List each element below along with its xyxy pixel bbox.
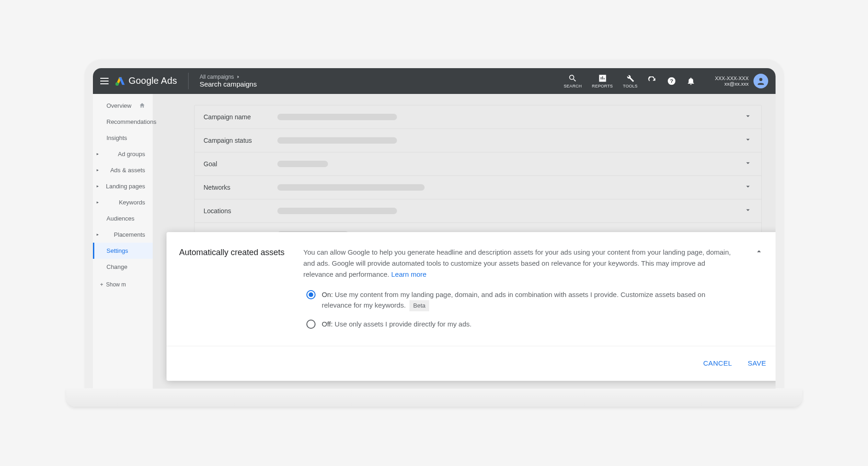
- svg-point-0: [115, 82, 118, 85]
- save-button[interactable]: SAVE: [746, 356, 768, 370]
- tools-button[interactable]: TOOLS: [623, 74, 638, 88]
- sidebar-item-recommendations[interactable]: Recommendations: [93, 114, 153, 130]
- sidebar-label: Ad groups: [118, 151, 145, 157]
- panel-title: Automatically created assets: [179, 247, 285, 337]
- sidebar-label: Audiences: [107, 215, 135, 222]
- row-campaign-name[interactable]: Campaign name: [195, 105, 761, 129]
- avatar[interactable]: [753, 74, 768, 88]
- svg-point-3: [759, 78, 762, 81]
- chevron-down-icon: [744, 206, 752, 216]
- laptop-frame: Google Ads All campaigns Search campaign…: [85, 60, 784, 389]
- row-locations[interactable]: Locations: [195, 199, 761, 223]
- home-icon: [139, 102, 145, 109]
- chevron-down-icon: [744, 112, 752, 122]
- placeholder: [277, 137, 397, 144]
- caret-icon: ▸: [97, 168, 101, 172]
- radio-on[interactable]: [306, 290, 316, 299]
- product-name: Google Ads: [129, 76, 177, 86]
- bell-icon: [686, 76, 696, 86]
- reports-icon: [598, 74, 607, 83]
- tools-label: TOOLS: [623, 84, 638, 88]
- sidebar-label: Keywords: [119, 199, 145, 206]
- breadcrumb-sub: Search campaigns: [200, 80, 257, 88]
- sidebar-item-ads-assets[interactable]: ▸Ads & assets: [93, 162, 153, 178]
- caret-icon: ▸: [97, 200, 101, 204]
- main-content: Campaign name Campaign status Goal Netwo…: [153, 94, 776, 389]
- row-label: Locations: [204, 207, 277, 215]
- sidebar: Overview Recommendations Insights ▸Ad gr…: [93, 94, 153, 389]
- caret-icon: ▸: [97, 151, 101, 156]
- learn-more-link[interactable]: Learn more: [391, 270, 426, 278]
- workspace: Overview Recommendations Insights ▸Ad gr…: [93, 94, 776, 389]
- sidebar-show-more[interactable]: + Show m: [93, 275, 153, 294]
- option-on[interactable]: On: Use my content from my landing page,…: [306, 289, 731, 311]
- search-label: SEARCH: [564, 84, 582, 88]
- account-email: xx@xx.xxx: [724, 81, 749, 87]
- person-icon: [756, 76, 765, 86]
- sidebar-item-change[interactable]: Change: [93, 259, 153, 275]
- sidebar-item-overview[interactable]: Overview: [93, 98, 153, 114]
- sidebar-item-landing-pages[interactable]: ▸Landing pages: [93, 178, 153, 194]
- off-text: Use only assets I provide directly for m…: [335, 320, 472, 328]
- collapse-button[interactable]: [750, 247, 768, 337]
- refresh-icon: [648, 76, 657, 86]
- radio-off[interactable]: [306, 320, 316, 329]
- sidebar-label: Placements: [114, 231, 145, 238]
- on-text: Use my content from my landing page, dom…: [322, 291, 706, 309]
- chevron-down-icon: [744, 182, 752, 192]
- row-label: Networks: [204, 184, 277, 191]
- help-icon: ?: [667, 76, 676, 86]
- option-off[interactable]: Off: Use only assets I provide directly …: [306, 319, 731, 329]
- account-id: XXX-XXX-XXX: [715, 76, 748, 81]
- placeholder: [277, 161, 328, 167]
- show-more-label: Show m: [106, 281, 126, 288]
- sidebar-item-settings[interactable]: Settings: [93, 243, 153, 259]
- chevron-down-icon: [744, 159, 752, 169]
- breadcrumb-top: All campaigns: [200, 74, 234, 80]
- sidebar-item-keywords[interactable]: ▸Keywords: [93, 194, 153, 210]
- placeholder: [277, 184, 425, 191]
- svg-text:?: ?: [670, 78, 673, 84]
- tools-icon: [626, 74, 635, 83]
- breadcrumb[interactable]: All campaigns Search campaigns: [200, 74, 257, 88]
- sidebar-item-ad-groups[interactable]: ▸Ad groups: [93, 146, 153, 162]
- placeholder: [277, 208, 397, 214]
- ads-logo-icon: [115, 76, 125, 86]
- separator: [188, 73, 189, 89]
- row-goal[interactable]: Goal: [195, 152, 761, 176]
- cancel-button[interactable]: CANCEL: [701, 356, 734, 370]
- placeholder: [277, 114, 397, 120]
- top-bar: Google Ads All campaigns Search campaign…: [93, 68, 776, 94]
- chevron-right-icon: [236, 75, 241, 79]
- chevron-down-icon: [744, 135, 752, 146]
- help-button[interactable]: ?: [667, 76, 676, 86]
- description-text: You can allow Google to help you generat…: [304, 248, 731, 278]
- account-switcher[interactable]: XXX-XXX-XXX xx@xx.xxx: [715, 74, 768, 88]
- sidebar-label: Change: [107, 263, 128, 270]
- sidebar-item-audiences[interactable]: Audiences: [93, 210, 153, 227]
- notifications-button[interactable]: [686, 76, 696, 86]
- search-button[interactable]: SEARCH: [564, 74, 582, 88]
- row-networks[interactable]: Networks: [195, 176, 761, 199]
- sidebar-label: Landing pages: [106, 183, 145, 190]
- row-label: Campaign status: [204, 137, 277, 144]
- beta-badge: Beta: [409, 300, 429, 311]
- reports-label: REPORTS: [592, 84, 613, 88]
- search-icon: [568, 74, 577, 83]
- sidebar-item-placements[interactable]: ▸Placements: [93, 227, 153, 243]
- menu-icon[interactable]: [100, 78, 109, 84]
- panel-description: You can allow Google to help you generat…: [304, 247, 731, 280]
- row-campaign-status[interactable]: Campaign status: [195, 129, 761, 152]
- reports-button[interactable]: REPORTS: [592, 74, 613, 88]
- sidebar-label: Settings: [107, 247, 128, 254]
- on-label: On:: [322, 291, 333, 298]
- sidebar-label: Insights: [107, 134, 127, 141]
- refresh-button[interactable]: [648, 76, 657, 86]
- row-label: Campaign name: [204, 113, 277, 121]
- auto-assets-panel: Automatically created assets You can all…: [167, 232, 781, 381]
- row-label: Goal: [204, 160, 277, 168]
- sidebar-item-insights[interactable]: Insights: [93, 130, 153, 146]
- product-logo[interactable]: Google Ads: [115, 76, 177, 86]
- sidebar-label: Ads & assets: [110, 167, 145, 174]
- plus-icon: +: [100, 281, 103, 288]
